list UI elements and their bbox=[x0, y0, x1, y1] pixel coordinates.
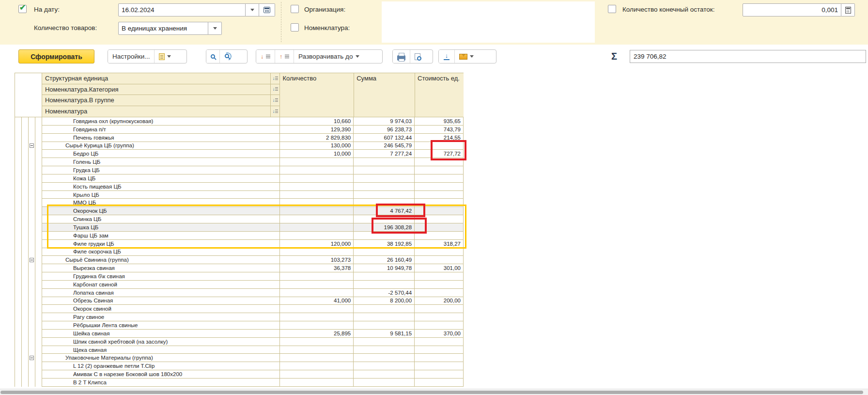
sum-value: 9 974,03 bbox=[354, 117, 415, 126]
collapse-all-button[interactable]: ↑ bbox=[275, 50, 294, 63]
table-row[interactable]: Кость пищевая ЦБ bbox=[15, 183, 464, 191]
tree-gutter-cell bbox=[15, 166, 22, 174]
print-preview-button[interactable] bbox=[410, 50, 425, 63]
header-unit-cost[interactable]: Стоимость ед. bbox=[415, 73, 464, 117]
table-row[interactable]: Вырезка свиная36,37810 949,78301,00 bbox=[15, 264, 464, 272]
table-row[interactable]: Спинка ЦБ bbox=[15, 215, 464, 223]
table-row[interactable]: Лопатка свиная-2 570,44 bbox=[15, 289, 464, 297]
tree-gutter-cell bbox=[22, 215, 29, 223]
table-row[interactable]: Говядина охл (крупнокусковая)10,6609 974… bbox=[15, 117, 464, 126]
header-nomenclature-in-group[interactable]: Номенклатура.В группе ↓ bbox=[42, 95, 279, 106]
cancel-search-button[interactable] bbox=[219, 50, 235, 63]
nomenclature-name: Филе окорочка ЦБ bbox=[42, 248, 280, 256]
header-nomenclature[interactable]: Номенклатура ↓ bbox=[42, 106, 279, 117]
table-row[interactable]: В 2 Т Клипса bbox=[15, 379, 464, 387]
generate-button[interactable]: Сформировать bbox=[18, 49, 94, 63]
sort-button[interactable]: ↓ bbox=[270, 84, 279, 95]
final-balance-input[interactable]: 0,001 bbox=[743, 3, 841, 16]
table-row[interactable]: Карбонат свиной bbox=[15, 281, 464, 289]
header-structural-unit[interactable]: Структурная единица ↓ bbox=[42, 73, 279, 84]
organization-checkbox[interactable] bbox=[291, 5, 299, 13]
table-row[interactable]: Окорочок ЦБ4 767,42 bbox=[15, 207, 464, 215]
date-dropdown-button[interactable] bbox=[246, 3, 259, 16]
table-row[interactable]: Амивак С в нарезке Боковой шов 180x200 bbox=[15, 370, 464, 379]
sum-total-field[interactable]: 239 706,82 bbox=[630, 50, 866, 63]
expand-to-button[interactable]: Разворачивать до bbox=[294, 50, 364, 63]
nomenclature-name: В 2 Т Клипса bbox=[42, 379, 280, 387]
tree-gutter-cell bbox=[15, 191, 22, 199]
table-row[interactable]: Тушка ЦБ196 308,28 bbox=[15, 223, 464, 232]
nomenclature-checkbox[interactable] bbox=[291, 23, 299, 32]
sort-button[interactable]: ↓ bbox=[270, 73, 279, 84]
nomenclature-name: Тушка ЦБ bbox=[42, 223, 280, 232]
sort-button[interactable]: ↓ bbox=[270, 106, 279, 117]
horizontal-scrollbar-thumb[interactable] bbox=[0, 391, 863, 394]
nomenclature-name: Обрезь Свиная bbox=[42, 297, 280, 305]
tree-gutter-cell bbox=[35, 346, 42, 354]
org-nomenclature-field-area[interactable] bbox=[382, 1, 595, 43]
collapse-group-icon[interactable] bbox=[30, 258, 34, 262]
table-row[interactable]: Печень говяжья2 829,830607 132,44214,55 bbox=[15, 134, 464, 142]
table-row[interactable]: Рагу свиное bbox=[15, 313, 464, 321]
table-row-group[interactable]: Упаковочные Материалы (группа) bbox=[15, 354, 464, 362]
header-quantity[interactable]: Количество bbox=[280, 73, 354, 117]
sum-value bbox=[354, 199, 415, 207]
search-button[interactable] bbox=[206, 50, 219, 63]
tree-gutter-cell bbox=[22, 338, 29, 346]
save-file-button[interactable]: ↓ bbox=[439, 50, 454, 63]
tree-gutter-cell bbox=[15, 305, 22, 313]
qty-value bbox=[280, 223, 354, 232]
report-variants-button[interactable] bbox=[154, 50, 175, 63]
tree-gutter-cell bbox=[35, 150, 42, 158]
date-calendar-button[interactable] bbox=[259, 3, 275, 16]
header-sum[interactable]: Сумма bbox=[354, 73, 415, 117]
sort-button[interactable]: ↓ bbox=[270, 95, 279, 106]
list-lines-icon bbox=[266, 55, 270, 59]
table-row[interactable]: Филе грудки ЦБ120,00038 192,85318,27 bbox=[15, 240, 464, 248]
print-button[interactable] bbox=[393, 50, 410, 63]
table-row-group[interactable]: Сырьё Свинина (группа)103,27326 160,49 bbox=[15, 256, 464, 264]
table-row[interactable]: Шейка свиная25,8959 581,15370,00 bbox=[15, 330, 464, 338]
table-row[interactable]: Голень ЦБ bbox=[15, 158, 464, 166]
final-balance-checkbox[interactable] bbox=[608, 5, 616, 13]
table-row[interactable]: Грудка ЦБ bbox=[15, 166, 464, 174]
table-row[interactable]: Фарш ЦБ зам bbox=[15, 232, 464, 240]
qty-mode-select[interactable]: В единицах хранения bbox=[118, 22, 208, 35]
expand-all-button[interactable]: ↓ bbox=[256, 50, 275, 63]
header-nomenclature-category[interactable]: Номенклатура.Категория ↓ bbox=[42, 84, 279, 95]
final-balance-calc-button[interactable] bbox=[841, 3, 855, 16]
print-group bbox=[392, 49, 433, 63]
table-row[interactable]: Крыло ЦБ bbox=[15, 191, 464, 199]
cost-value bbox=[415, 183, 464, 191]
collapse-group-icon[interactable] bbox=[30, 143, 34, 148]
table-row[interactable]: Говядина п/т129,39096 238,73743,79 bbox=[15, 126, 464, 134]
table-row[interactable]: Обрезь Свиная41,0008 200,00200,00 bbox=[15, 297, 464, 305]
table-row[interactable]: Щека свиная bbox=[15, 346, 464, 354]
qty-mode-dropdown-button[interactable] bbox=[208, 22, 222, 35]
nomenclature-name: Голень ЦБ bbox=[42, 158, 280, 166]
qty-value: 129,390 bbox=[280, 126, 354, 134]
mail-icon bbox=[459, 54, 467, 60]
tree-gutter-cell bbox=[35, 183, 42, 191]
table-row[interactable]: Шпик свиной хребтовой (на засолку) bbox=[15, 338, 464, 346]
chevron-down-icon bbox=[167, 55, 171, 58]
na-datu-checkbox[interactable] bbox=[18, 5, 27, 13]
table-row[interactable]: L 12 (2) оранжевые петли T.Clip bbox=[15, 362, 464, 370]
table-row[interactable]: Филе окорочка ЦБ bbox=[15, 248, 464, 256]
table-row[interactable]: Рёбрышки Лента свиные bbox=[15, 321, 464, 330]
collapse-group-icon[interactable] bbox=[30, 356, 34, 360]
settings-button[interactable]: Настройки... bbox=[108, 50, 154, 63]
table-row[interactable]: ММО ЦБ bbox=[15, 199, 464, 207]
table-row[interactable]: Окорок свиной bbox=[15, 305, 464, 313]
qty-value bbox=[280, 362, 354, 370]
date-input[interactable]: 16.02.2024 bbox=[118, 3, 246, 16]
table-row[interactable]: Грудинка б\к свиная bbox=[15, 272, 464, 281]
tree-gutter-cell bbox=[35, 379, 42, 387]
table-row[interactable]: Кожа ЦБ bbox=[15, 174, 464, 183]
send-mail-button[interactable] bbox=[454, 50, 478, 63]
qty-value bbox=[280, 207, 354, 215]
tree-gutter-cell bbox=[22, 256, 29, 264]
table-row-group[interactable]: Сырьё Курица ЦБ (группа)130,000246 545,7… bbox=[15, 142, 464, 150]
table-row[interactable]: Бедро ЦБ10,0007 277,24727,72 bbox=[15, 150, 464, 158]
tree-gutter-cell bbox=[22, 321, 29, 330]
